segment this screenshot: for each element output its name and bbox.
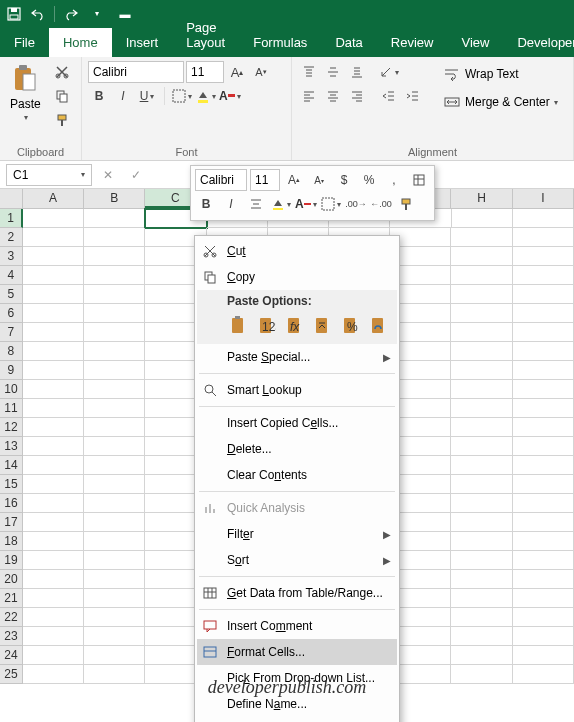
cell[interactable] — [84, 342, 145, 361]
cell[interactable] — [84, 266, 145, 285]
cell[interactable] — [513, 209, 574, 228]
row-header[interactable]: 24 — [0, 646, 23, 665]
cm-clear-contents[interactable]: Clear Contents — [197, 462, 397, 488]
tab-page-layout[interactable]: Page Layout — [172, 13, 239, 57]
row-header[interactable]: 4 — [0, 266, 23, 285]
cell[interactable] — [23, 304, 84, 323]
mini-italic-button[interactable]: I — [220, 193, 242, 215]
cell[interactable] — [23, 399, 84, 418]
cell[interactable] — [513, 608, 574, 627]
col-header-I[interactable]: I — [513, 189, 574, 208]
row-header[interactable]: 11 — [0, 399, 23, 418]
row-header[interactable]: 6 — [0, 304, 23, 323]
mini-font-size[interactable] — [250, 169, 280, 191]
row-header[interactable]: 23 — [0, 627, 23, 646]
cell[interactable] — [451, 399, 512, 418]
cell[interactable] — [451, 513, 512, 532]
paste-option-formatting[interactable]: % — [339, 312, 363, 338]
col-header-B[interactable]: B — [84, 189, 145, 208]
align-right-icon[interactable] — [346, 85, 368, 107]
cell[interactable] — [451, 228, 512, 247]
font-size-select[interactable] — [186, 61, 224, 83]
row-header[interactable]: 17 — [0, 513, 23, 532]
cell[interactable] — [23, 247, 84, 266]
cm-insert-copied[interactable]: Insert Copied Cells... — [197, 410, 397, 436]
redo-icon[interactable] — [63, 6, 79, 22]
cell[interactable] — [84, 608, 145, 627]
cell[interactable] — [513, 513, 574, 532]
cell[interactable] — [23, 570, 84, 589]
cell[interactable] — [451, 266, 512, 285]
cm-paste-special[interactable]: Paste Special... ▶ — [197, 344, 397, 370]
mini-increase-font-icon[interactable]: A▴ — [283, 169, 305, 191]
row-header[interactable]: 3 — [0, 247, 23, 266]
cell[interactable] — [513, 551, 574, 570]
cell[interactable] — [23, 361, 84, 380]
cell[interactable] — [23, 646, 84, 665]
row-header[interactable]: 25 — [0, 665, 23, 684]
cell[interactable] — [23, 209, 84, 228]
cell[interactable] — [451, 456, 512, 475]
cell[interactable] — [84, 380, 145, 399]
increase-indent-icon[interactable] — [402, 85, 424, 107]
cell[interactable] — [23, 437, 84, 456]
underline-button[interactable]: U▾ — [136, 85, 158, 107]
cell[interactable] — [23, 494, 84, 513]
tab-data[interactable]: Data — [321, 28, 376, 57]
cell[interactable] — [84, 247, 145, 266]
qat-customize-dropdown[interactable]: ▾ — [89, 6, 105, 22]
save-icon[interactable] — [6, 6, 22, 22]
cell[interactable] — [451, 646, 512, 665]
cell[interactable] — [23, 608, 84, 627]
cell[interactable] — [513, 361, 574, 380]
row-header[interactable]: 1 — [0, 209, 23, 228]
cell[interactable] — [513, 247, 574, 266]
paste-option-formulas[interactable]: fx — [283, 312, 307, 338]
paste-option-paste[interactable] — [227, 312, 251, 338]
mini-fill-color-icon[interactable]: ▾ — [270, 193, 292, 215]
cell[interactable] — [23, 627, 84, 646]
align-top-icon[interactable] — [298, 61, 320, 83]
cell[interactable] — [23, 342, 84, 361]
row-header[interactable]: 9 — [0, 361, 23, 380]
cell[interactable] — [23, 285, 84, 304]
cell[interactable] — [513, 627, 574, 646]
row-header[interactable]: 2 — [0, 228, 23, 247]
cell[interactable] — [513, 380, 574, 399]
cm-get-data[interactable]: Get Data from Table/Range... — [197, 580, 397, 606]
cell[interactable] — [84, 437, 145, 456]
cell[interactable] — [23, 475, 84, 494]
cell[interactable] — [23, 323, 84, 342]
cell[interactable] — [23, 418, 84, 437]
paste-button[interactable]: Paste ▾ — [6, 61, 45, 124]
row-header[interactable]: 16 — [0, 494, 23, 513]
align-middle-icon[interactable] — [322, 61, 344, 83]
copy-button[interactable] — [51, 85, 73, 107]
row-header[interactable]: 15 — [0, 475, 23, 494]
cell[interactable] — [84, 589, 145, 608]
cell[interactable] — [513, 456, 574, 475]
paste-option-transpose[interactable] — [311, 312, 335, 338]
paste-option-link[interactable] — [367, 312, 391, 338]
cm-define-name[interactable]: Define Name... — [197, 691, 397, 717]
cell[interactable] — [84, 551, 145, 570]
cell[interactable] — [513, 285, 574, 304]
undo-icon[interactable] — [30, 6, 46, 22]
row-header[interactable]: 14 — [0, 456, 23, 475]
col-header-A[interactable]: A — [23, 189, 84, 208]
cell[interactable] — [84, 323, 145, 342]
cell[interactable] — [84, 532, 145, 551]
cell[interactable] — [452, 209, 513, 228]
cell[interactable] — [513, 589, 574, 608]
row-header[interactable]: 18 — [0, 532, 23, 551]
select-all-corner[interactable] — [0, 189, 23, 208]
cell[interactable] — [451, 323, 512, 342]
mini-bold-button[interactable]: B — [195, 193, 217, 215]
cell[interactable] — [84, 475, 145, 494]
cell[interactable] — [84, 513, 145, 532]
cell[interactable] — [513, 418, 574, 437]
cell[interactable] — [23, 380, 84, 399]
cm-copy[interactable]: Copy — [197, 264, 397, 290]
fill-color-button[interactable]: ▾ — [195, 85, 217, 107]
cell[interactable] — [84, 570, 145, 589]
